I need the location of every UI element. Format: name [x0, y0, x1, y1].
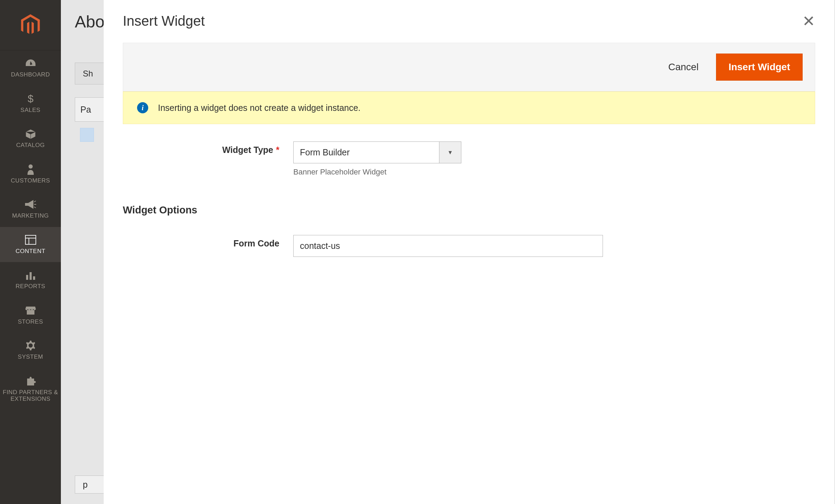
- form-code-row: Form Code: [123, 235, 815, 257]
- info-icon: i: [137, 102, 148, 113]
- info-banner: i Inserting a widget does not create a w…: [123, 91, 815, 124]
- widget-type-value: Form Builder: [293, 141, 439, 163]
- widget-type-hint: Banner Placeholder Widget: [293, 168, 461, 177]
- chevron-down-icon[interactable]: ▼: [439, 141, 461, 163]
- widget-type-select[interactable]: Form Builder ▼: [293, 141, 461, 163]
- info-text: Inserting a widget does not create a wid…: [158, 103, 360, 113]
- form-code-input[interactable]: [293, 235, 603, 257]
- modal-title: Insert Widget: [123, 13, 205, 29]
- modal-action-bar: Cancel Insert Widget: [123, 43, 815, 91]
- insert-widget-button[interactable]: Insert Widget: [716, 54, 803, 81]
- required-indicator: *: [276, 145, 279, 155]
- close-icon[interactable]: ✕: [802, 14, 815, 29]
- widget-type-label: Widget Type*: [123, 141, 293, 155]
- modal-header: Insert Widget ✕: [104, 0, 834, 43]
- cancel-button[interactable]: Cancel: [668, 62, 699, 73]
- form-code-label: Form Code: [123, 235, 293, 249]
- widget-type-row: Widget Type* Form Builder ▼ Banner Place…: [123, 141, 815, 177]
- insert-widget-modal: Insert Widget ✕ Cancel Insert Widget i I…: [104, 0, 834, 504]
- widget-options-heading: Widget Options: [123, 204, 815, 216]
- form-section: Widget Type* Form Builder ▼ Banner Place…: [123, 124, 815, 283]
